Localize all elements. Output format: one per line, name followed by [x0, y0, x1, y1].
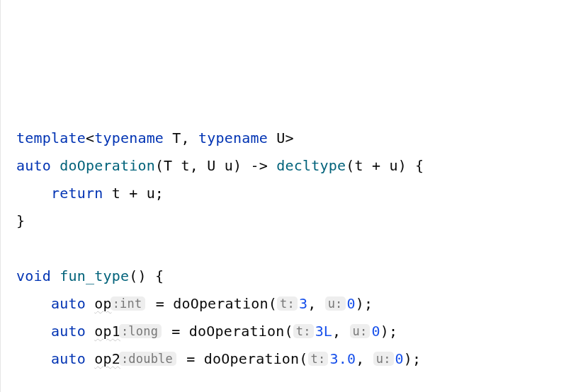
close-paren: );: [404, 350, 421, 367]
keyword-template: template: [16, 129, 86, 146]
type-hint-int: :int: [111, 296, 146, 311]
param-hint-u: u:: [373, 352, 394, 366]
decltype: decltype: [276, 157, 346, 174]
fn-rest: () {: [129, 267, 164, 284]
param-hint-u: u:: [350, 324, 371, 338]
template-param-T: T: [164, 129, 181, 146]
close-paren: );: [380, 323, 397, 340]
comma: ,: [356, 350, 373, 367]
param-hint-t: t:: [293, 324, 314, 338]
code-line-5[interactable]: [16, 235, 557, 263]
indent: [16, 323, 51, 340]
code-line-2[interactable]: auto doOperation(T t, U u) -> decltype(t…: [16, 152, 557, 180]
param-hint-t: t:: [277, 296, 298, 311]
type-hint-double: :double: [119, 352, 176, 366]
keyword-void: void: [16, 267, 60, 284]
param-list: (T t, U u) ->: [155, 157, 276, 174]
var-op: op: [94, 295, 111, 312]
code-line-6[interactable]: void fun_type() {: [16, 263, 557, 290]
template-param-U: U: [268, 129, 285, 146]
keyword-return: return: [51, 185, 103, 202]
indent: [16, 350, 51, 367]
param-hint-t: t:: [308, 352, 329, 366]
code-line-9[interactable]: auto op2:double = doOperation(t:3.0, u:0…: [16, 345, 557, 373]
arg-3l: 3L: [315, 323, 332, 340]
code-line-10[interactable]: [16, 373, 557, 392]
arg-0: 0: [395, 350, 404, 367]
keyword-auto: auto: [51, 323, 94, 340]
param-hint-u: u:: [325, 296, 346, 311]
var-op2: op2: [94, 350, 120, 367]
type-hint-long: :long: [119, 324, 162, 338]
keyword-auto: auto: [16, 157, 60, 174]
angle-close: >: [286, 129, 294, 146]
indent: [16, 185, 51, 202]
code-line-3[interactable]: return t + u;: [16, 180, 557, 207]
open-paren: (: [268, 295, 277, 312]
open-paren: (: [285, 323, 293, 340]
arg-0: 0: [371, 323, 380, 340]
keyword-typename: typename: [198, 129, 268, 146]
keyword-auto: auto: [51, 295, 94, 312]
arg-3: 3: [299, 295, 307, 312]
angle-open: <: [86, 129, 94, 146]
code-line-4[interactable]: }: [16, 207, 557, 235]
comma: ,: [332, 323, 349, 340]
equals: =: [163, 323, 189, 340]
code-line-8[interactable]: auto op1:long = doOperation(t:3L, u:0);: [16, 318, 557, 345]
var-op1: op1: [94, 323, 120, 340]
code-line-7[interactable]: auto op:int = doOperation(t:3, u:0);: [16, 290, 557, 318]
equals: =: [178, 350, 204, 367]
keyword-typename: typename: [94, 129, 164, 146]
call-fn: doOperation: [173, 295, 268, 312]
equals: =: [147, 295, 173, 312]
arg-0: 0: [347, 295, 356, 312]
function-name: fun_type: [60, 267, 129, 284]
arg-3-0: 3.0: [329, 350, 356, 367]
open-paren: (: [299, 350, 307, 367]
decltype-expr: (t + u) {: [346, 157, 424, 174]
close-paren: );: [356, 295, 373, 312]
keyword-auto: auto: [51, 350, 94, 367]
call-fn: doOperation: [204, 350, 300, 367]
indent: [16, 295, 51, 312]
code-line-1[interactable]: template<typename T, typename U>: [16, 125, 557, 152]
close-brace: }: [16, 212, 25, 229]
comma: ,: [181, 129, 198, 146]
function-name: doOperation: [60, 157, 155, 174]
return-expr: t + u;: [103, 185, 164, 202]
comma: ,: [307, 295, 324, 312]
call-fn: doOperation: [189, 323, 285, 340]
